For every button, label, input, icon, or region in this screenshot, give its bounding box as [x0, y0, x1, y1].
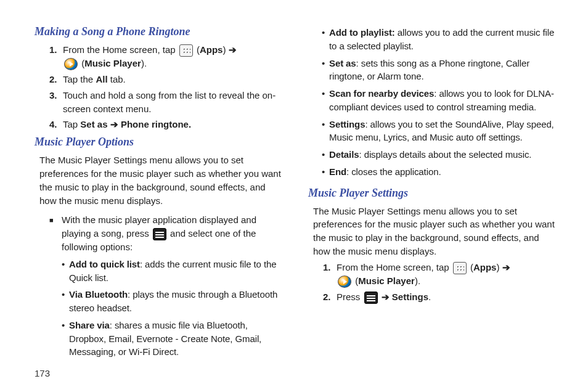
bullet-body: Details: displays details about the sele…	[329, 148, 531, 161]
option-label: Settings	[329, 119, 365, 129]
option-label: Set as	[329, 58, 356, 68]
heading-making-ringtone: Making a Song a Phone Ringtone	[35, 23, 285, 39]
two-column-layout: Making a Song a Phone Ringtone 1. From t…	[35, 22, 558, 361]
sub-bullet: • Scan for nearby devices: allows you to…	[322, 87, 558, 114]
music-player-icon	[338, 276, 351, 288]
intro-paragraph: The Music Player Settings menu allows yo…	[313, 205, 558, 258]
text: tab.	[108, 74, 126, 84]
text: .	[428, 292, 431, 302]
step-text: Touch and hold a song from the list to r…	[63, 89, 285, 116]
music-player-label: Music Player	[358, 276, 415, 286]
text: Tap	[63, 119, 80, 129]
arrow-icon: ➔	[229, 44, 237, 55]
option-label: Add to quick list	[69, 259, 140, 269]
text: Tap the	[63, 74, 96, 84]
bullet-body: End: closes the application.	[329, 165, 441, 179]
heading-player-options: Music Player Options	[35, 134, 285, 150]
bullet-body: Add to playlist: allows you to add the c…	[329, 26, 558, 53]
page-number: 173	[35, 368, 50, 378]
bullet-body: Via Bluetooth: plays the music through a…	[69, 288, 285, 315]
sub-bullet: • Set as: sets this song as a Phone ring…	[322, 57, 558, 84]
bullet-body: Settings: allows you to set the SoundAli…	[329, 118, 558, 145]
text: ).	[141, 58, 147, 68]
step-number: 2.	[49, 73, 63, 86]
step-text: From the Home screen, tap (Apps) ➔ (Musi…	[337, 261, 558, 288]
text: ).	[415, 276, 420, 286]
option-text: : closes the application.	[346, 166, 441, 177]
arrow-icon: ➔	[502, 262, 510, 272]
step-4: 4. Tap Set as ➔ Phone ringtone.	[49, 118, 285, 131]
sub-bullet: • Settings: allows you to set the SoundA…	[322, 118, 558, 145]
left-column: Making a Song a Phone Ringtone 1. From t…	[35, 22, 285, 361]
sub-bullet: • Add to playlist: allows you to add the…	[322, 26, 558, 53]
sub-bullet: • Add to quick list: adds the current mu…	[62, 258, 285, 285]
sub-bullet: • Share via: shares a music file via Blu…	[62, 319, 285, 359]
menu-icon	[153, 228, 166, 240]
step-text: Tap the All tab.	[63, 73, 285, 86]
option-label: End	[329, 166, 346, 177]
step-number: 1.	[49, 43, 63, 70]
option-label: Add to playlist:	[329, 27, 395, 38]
intro-paragraph: The Music Player Settings menu allows yo…	[39, 153, 285, 207]
step-number: 4.	[49, 118, 63, 131]
bullet-body: Add to quick list: adds the current musi…	[69, 258, 285, 285]
apps-icon	[179, 44, 193, 57]
heading-player-settings: Music Player Settings	[308, 185, 558, 201]
right-column: • Add to playlist: allows you to add the…	[308, 22, 558, 361]
step-1: 1. From the Home screen, tap (Apps) ➔ (M…	[49, 43, 285, 70]
bullet-body: Scan for nearby devices: allows you to l…	[329, 87, 558, 114]
bullet-dot-icon: •	[322, 26, 329, 53]
apps-label: Apps	[473, 262, 497, 272]
step-number: 1.	[323, 261, 337, 288]
square-bullet-icon: ■	[49, 213, 62, 254]
step-1: 1. From the Home screen, tap (Apps) ➔ (M…	[323, 261, 558, 288]
bullet-dot-icon: •	[322, 118, 329, 145]
text: )	[496, 262, 502, 272]
text: )	[223, 44, 228, 55]
step-3: 3. Touch and hold a song from the list t…	[49, 89, 285, 116]
text: Press	[337, 292, 363, 302]
option-text: : displays details about the selected mu…	[359, 149, 532, 160]
arrow-icon: ➔	[379, 292, 392, 302]
music-player-icon	[64, 58, 78, 70]
option-label: Scan for nearby devices	[329, 88, 434, 99]
square-bullet-item: ■ With the music player application disp…	[49, 213, 285, 254]
apps-label: Apps	[200, 44, 223, 55]
sub-bullet: • Via Bluetooth: plays the music through…	[62, 288, 285, 315]
bullet-dot-icon: •	[322, 148, 329, 161]
sub-bullet: • End: closes the application.	[322, 165, 558, 179]
option-label: Via Bluetooth	[69, 289, 128, 300]
bullet-body: Set as: sets this song as a Phone ringto…	[329, 57, 558, 84]
bullet-dot-icon: •	[62, 258, 69, 285]
option-label: Details	[329, 149, 359, 160]
step-text: Tap Set as ➔ Phone ringtone.	[63, 118, 285, 131]
apps-icon	[453, 262, 467, 274]
step-2: 2. Tap the All tab.	[49, 73, 285, 86]
settings-label: Settings	[392, 292, 428, 302]
step-number: 2.	[323, 290, 337, 304]
menu-icon	[364, 292, 378, 304]
music-player-label: Music Player	[84, 58, 141, 68]
bullet-dot-icon: •	[322, 165, 329, 179]
bullet-dot-icon: •	[322, 87, 329, 114]
text: From the Home screen, tap	[63, 44, 178, 55]
all-tab-label: All	[96, 74, 107, 84]
step-text: From the Home screen, tap (Apps) ➔ (Musi…	[63, 43, 285, 70]
bullet-body: Share via: shares a music file via Bluet…	[69, 319, 285, 359]
step-2: 2. Press ➔ Settings.	[323, 290, 558, 304]
text: From the Home screen, tap	[337, 262, 452, 272]
sub-bullet: • Details: displays details about the se…	[322, 148, 558, 161]
bullet-dot-icon: •	[322, 57, 329, 84]
option-text: : sets this song as a Phone ringtone, Ca…	[329, 58, 529, 82]
bullet-dot-icon: •	[62, 288, 69, 315]
option-label: Share via	[69, 320, 110, 330]
set-as-label: Set as ➔ Phone ringtone.	[80, 119, 191, 129]
bullet-body: With the music player application displa…	[62, 213, 285, 254]
bullet-dot-icon: •	[62, 319, 69, 359]
step-number: 3.	[49, 89, 63, 116]
step-text: Press ➔ Settings.	[337, 290, 558, 304]
